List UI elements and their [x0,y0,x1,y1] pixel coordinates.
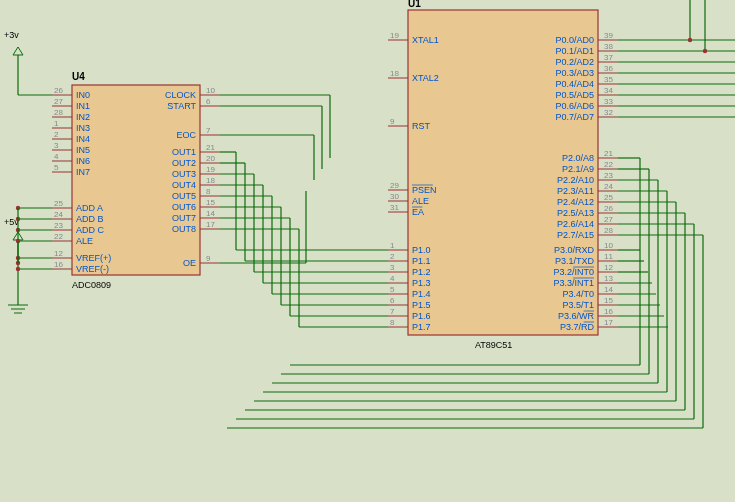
u1-lbl-P2.1/A9: P2.1/A9 [562,164,594,174]
u4-pin-23: 23 [54,221,63,230]
u4-lbl-ALE: ALE [76,236,93,246]
u1-lbl-P3.4/T0: P3.4/T0 [562,289,594,299]
u1-pin-2: 2 [390,252,395,261]
u1-pin-19: 19 [390,31,399,40]
u4-pin-5: 5 [54,163,59,172]
u1-ref: U1 [408,0,421,9]
u4-pin-21: 21 [206,143,215,152]
u1-lbl-P1.2: P1.2 [412,267,431,277]
u1-lbl-PSEN: PSEN [412,185,437,195]
u4-pin-15: 15 [206,198,215,207]
u1-pin-11: 11 [604,252,613,261]
u1-lbl-P1.1: P1.1 [412,256,431,266]
u4-pin-9: 9 [206,254,211,263]
u4-pin-19: 19 [206,165,215,174]
u1-lbl-P0.2/AD2: P0.2/AD2 [555,57,594,67]
u1-pin-8: 8 [390,318,395,327]
u4-pin-10: 10 [206,86,215,95]
u4-pin-7: 7 [206,126,211,135]
u1-pin-18: 18 [390,69,399,78]
vcc-5v: +5v [4,217,23,263]
u1-pin-16: 16 [604,307,613,316]
u1-lbl-P2.3/A11: P2.3/A11 [557,186,594,196]
u4-lbl-IN2: IN2 [76,112,90,122]
u1-lbl-P1.0: P1.0 [412,245,431,255]
u4-pin-24: 24 [54,210,63,219]
u1-lbl-P3.1/TXD: P3.1/TXD [555,256,595,266]
u1-lbl-EA: EA [412,207,424,217]
u1-pin-10: 10 [604,241,613,250]
u1-lbl-ALE: ALE [412,196,429,206]
u1-lbl-P2.6/A14: P2.6/A14 [557,219,594,229]
u4-lbl-OUT6: OUT6 [172,202,196,212]
u1-pin-29: 29 [390,181,399,190]
u1-pin-27: 27 [604,215,613,224]
u1-pin-17: 17 [604,318,613,327]
u1-pin-32: 32 [604,108,613,117]
u1-lbl-P0.7/AD7: P0.7/AD7 [555,112,594,122]
u1-pin-39: 39 [604,31,613,40]
u4-lbl-ADD C: ADD C [76,225,105,235]
u1-pin-34: 34 [604,86,613,95]
u1-lbl-P2.4/A12: P2.4/A12 [557,197,594,207]
u1-pin-30: 30 [390,192,399,201]
u4-lbl-OE: OE [183,258,196,268]
u1-pin-1: 1 [390,241,395,250]
u4-lbl-OUT1: OUT1 [172,147,196,157]
u1-lbl-P3.6/WR: P3.6/WR [558,311,595,321]
u1-pin-33: 33 [604,97,613,106]
u1-pin-25: 25 [604,193,613,202]
u1-pin-24: 24 [604,182,613,191]
u1-lbl-P1.7: P1.7 [412,322,431,332]
vcc-3v: +3v [4,30,52,95]
u4-pin-1: 1 [54,119,59,128]
u4-lbl-IN0: IN0 [76,90,90,100]
u1-lbl-P0.5/AD5: P0.5/AD5 [555,90,594,100]
u4-pin-28: 28 [54,108,63,117]
u4-lbl-OUT5: OUT5 [172,191,196,201]
u4-pin-3: 3 [54,141,59,150]
u4-pin-14: 14 [206,209,215,218]
u1-lbl-P2.0/A8: P2.0/A8 [562,153,594,163]
u4-lbl-ADD A: ADD A [76,203,103,213]
u1-lbl-RST: RST [412,121,431,131]
u1-lbl-P0.3/AD3: P0.3/AD3 [555,68,594,78]
u1-lbl-P3.0/RXD: P3.0/RXD [554,245,595,255]
u1-pin-4: 4 [390,274,395,283]
u4-lbl-IN4: IN4 [76,134,90,144]
u1-pin-14: 14 [604,285,613,294]
u4-lbl-IN5: IN5 [76,145,90,155]
u4-lbl-IN6: IN6 [76,156,90,166]
u4-lbl-IN7: IN7 [76,167,90,177]
label-3v: +3v [4,30,19,40]
u1-pin-37: 37 [604,53,613,62]
u4-pin-26: 26 [54,86,63,95]
u1-pin-31: 31 [390,203,399,212]
u1-pin-13: 13 [604,274,613,283]
u4-pin-6: 6 [206,97,211,106]
u4-lbl-OUT8: OUT8 [172,224,196,234]
u4-pin-20: 20 [206,154,215,163]
u4-lbl-OUT3: OUT3 [172,169,196,179]
u4-pin-22: 22 [54,232,63,241]
u1-lbl-P2.2/A10: P2.2/A10 [557,175,594,185]
u1-lbl-P0.1/AD1: P0.1/AD1 [555,46,594,56]
u4-pin-18: 18 [206,176,215,185]
u4-pin-4: 4 [54,152,59,161]
u1-lbl-P3.7/RD: P3.7/RD [560,322,595,332]
u4-lbl-OUT4: OUT4 [172,180,196,190]
u4-ref: U4 [72,71,85,82]
u1-pin-38: 38 [604,42,613,51]
u4-lbl-VREF(+): VREF(+) [76,253,111,263]
u4-lbl-VREF(-): VREF(-) [76,264,109,274]
u1-pin-3: 3 [390,263,395,272]
u4-lbl-ADD B: ADD B [76,214,104,224]
u4-lbl-IN3: IN3 [76,123,90,133]
svg-point-159 [703,49,707,53]
svg-point-91 [16,267,20,271]
u4-lbl-OUT7: OUT7 [172,213,196,223]
u1-pin-7: 7 [390,307,395,316]
u1-lbl-P3.3/INT1: P3.3/INT1 [553,278,594,288]
u1-lbl-P2.7/A15: P2.7/A15 [557,230,594,240]
u1-pin-15: 15 [604,296,613,305]
